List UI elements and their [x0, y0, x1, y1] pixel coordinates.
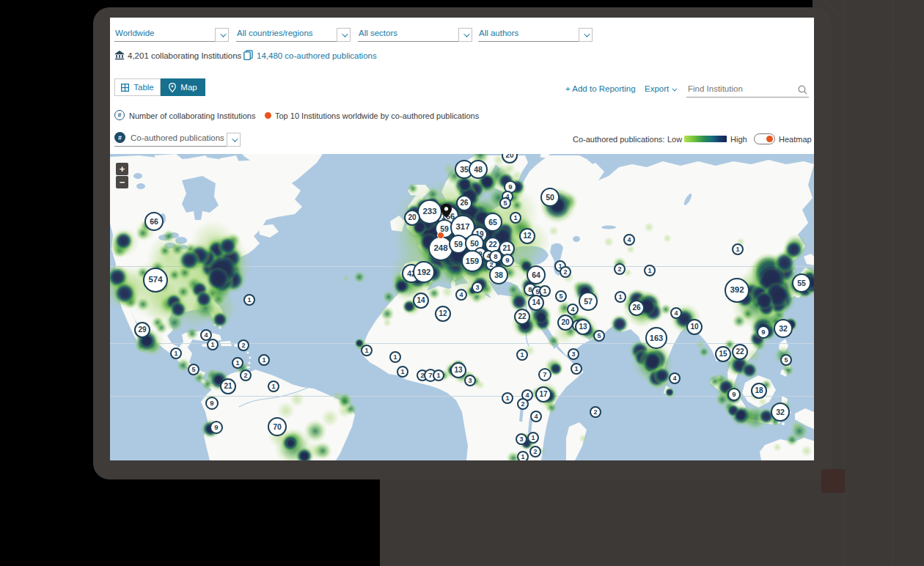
- institution-cluster-marker[interactable]: 64: [527, 265, 546, 284]
- institution-cluster-marker[interactable]: 2: [614, 263, 626, 275]
- institution-cluster-marker[interactable]: 12: [435, 306, 451, 322]
- institution-cluster-marker[interactable]: 5: [188, 364, 199, 375]
- institution-cluster-marker[interactable]: 4: [455, 289, 467, 301]
- institution-cluster-marker[interactable]: 32: [771, 403, 790, 422]
- institution-cluster-marker[interactable]: 9: [205, 397, 219, 410]
- institution-cluster-marker[interactable]: 10: [686, 319, 703, 335]
- institution-cluster-marker[interactable]: 3: [472, 282, 483, 293]
- institution-cluster-marker[interactable]: 26: [628, 300, 645, 316]
- institution-cluster-marker[interactable]: 14: [413, 293, 429, 309]
- chevron-down-icon[interactable]: [215, 28, 229, 42]
- institution-cluster-marker[interactable]: 3: [464, 375, 476, 386]
- institution-cluster-marker[interactable]: 1: [516, 349, 528, 361]
- institution-cluster-marker[interactable]: 1: [539, 285, 551, 297]
- institution-cluster-marker[interactable]: 12: [519, 228, 535, 244]
- institution-cluster-marker[interactable]: 1: [433, 370, 444, 381]
- selected-institution-pin[interactable]: [440, 203, 452, 221]
- institution-cluster-marker[interactable]: 57: [579, 292, 598, 311]
- institution-cluster-marker[interactable]: 5: [499, 197, 511, 209]
- institution-cluster-marker[interactable]: 32: [774, 319, 793, 338]
- institution-cluster-marker[interactable]: 26: [456, 195, 472, 211]
- institution-cluster-marker[interactable]: 1: [397, 366, 408, 378]
- institution-cluster-marker[interactable]: 4: [567, 304, 579, 315]
- institution-cluster-marker[interactable]: 29: [134, 322, 150, 338]
- export-button[interactable]: Export: [645, 84, 675, 93]
- institution-cluster-marker[interactable]: 1: [361, 345, 373, 356]
- filter-authors[interactable]: All authors: [478, 26, 593, 42]
- institution-cluster-marker[interactable]: 1: [644, 265, 656, 276]
- chevron-down-icon[interactable]: [337, 28, 351, 42]
- institution-cluster-marker[interactable]: 2: [240, 370, 252, 381]
- institution-cluster-marker[interactable]: 2: [238, 339, 249, 351]
- filter-countries[interactable]: All countries/regions: [236, 26, 351, 42]
- tab-table[interactable]: Table: [114, 78, 161, 96]
- filter-sectors[interactable]: All sectors: [358, 26, 472, 42]
- institution-cluster-marker[interactable]: 1: [502, 392, 513, 404]
- zoom-in-button[interactable]: +: [116, 163, 128, 175]
- filter-worldwide[interactable]: Worldwide: [114, 26, 229, 42]
- add-to-reporting-button[interactable]: + Add to Reporting: [565, 84, 636, 93]
- chevron-down-icon[interactable]: [579, 28, 593, 42]
- institution-cluster-marker[interactable]: 50: [540, 188, 560, 207]
- institution-cluster-marker[interactable]: 1: [207, 339, 219, 350]
- institution-cluster-marker[interactable]: 55: [792, 273, 811, 293]
- chevron-down-icon[interactable]: [227, 133, 241, 147]
- institution-cluster-marker[interactable]: 5: [593, 330, 605, 342]
- institution-cluster-marker[interactable]: 48: [469, 160, 488, 179]
- search-icon[interactable]: [798, 85, 807, 95]
- institution-cluster-marker[interactable]: 159: [461, 250, 483, 272]
- institution-cluster-marker[interactable]: 65: [483, 213, 502, 232]
- institution-cluster-marker[interactable]: 9: [727, 388, 741, 401]
- zoom-out-button[interactable]: −: [116, 176, 128, 188]
- institution-cluster-marker[interactable]: 4: [669, 372, 681, 384]
- institution-cluster-marker[interactable]: 2: [560, 266, 571, 278]
- institution-cluster-marker[interactable]: 1: [170, 348, 182, 359]
- institution-cluster-marker[interactable]: 392: [725, 278, 749, 303]
- institution-cluster-marker[interactable]: 1: [232, 357, 243, 369]
- institution-cluster-marker[interactable]: 20: [557, 315, 573, 331]
- institution-cluster-marker[interactable]: 15: [715, 346, 731, 362]
- institution-cluster-marker[interactable]: 1: [615, 291, 626, 303]
- chevron-down-icon[interactable]: [458, 28, 472, 42]
- institution-cluster-marker[interactable]: 38: [489, 265, 508, 284]
- institution-cluster-marker[interactable]: 163: [645, 327, 667, 349]
- institution-cluster-marker[interactable]: 3: [516, 433, 527, 445]
- institution-cluster-marker[interactable]: 4: [530, 411, 542, 422]
- find-institution-input[interactable]: Find Institution: [688, 84, 743, 93]
- world-map[interactable]: 6657412941125112211997011127113317311417…: [110, 154, 814, 460]
- institution-cluster-marker[interactable]: 192: [413, 261, 435, 283]
- institution-cluster-marker[interactable]: 4: [623, 234, 635, 246]
- institution-cluster-marker[interactable]: 18: [751, 383, 767, 399]
- institution-cluster-marker[interactable]: 22: [514, 309, 530, 325]
- top10-institution-dot[interactable]: [437, 232, 444, 239]
- institution-cluster-marker[interactable]: 1: [258, 354, 270, 366]
- institution-cluster-marker[interactable]: 66: [144, 212, 164, 231]
- institution-cluster-marker[interactable]: 14: [528, 295, 544, 311]
- institution-cluster-marker[interactable]: 9: [501, 254, 514, 267]
- institution-cluster-marker[interactable]: 2: [529, 446, 541, 457]
- institution-cluster-marker[interactable]: 1: [510, 212, 521, 224]
- institution-cluster-marker[interactable]: 9: [757, 326, 770, 339]
- institution-cluster-marker[interactable]: 22: [732, 344, 748, 360]
- institution-cluster-marker[interactable]: 1: [268, 381, 279, 392]
- institution-cluster-marker[interactable]: 1: [243, 294, 255, 306]
- institution-cluster-marker[interactable]: 13: [575, 319, 591, 335]
- institution-cluster-marker[interactable]: 13: [450, 362, 466, 378]
- institution-cluster-marker[interactable]: 70: [268, 417, 287, 436]
- institution-cluster-marker[interactable]: 17: [535, 386, 551, 403]
- institution-cluster-marker[interactable]: 7: [538, 368, 551, 381]
- institution-cluster-marker[interactable]: 5: [780, 354, 792, 366]
- institution-cluster-marker[interactable]: 1: [517, 451, 529, 460]
- institution-cluster-marker[interactable]: 1: [527, 432, 539, 444]
- institution-cluster-marker[interactable]: 1: [732, 243, 744, 255]
- tab-map[interactable]: Map: [161, 78, 205, 96]
- institution-cluster-marker[interactable]: 2: [590, 406, 601, 418]
- institution-cluster-marker[interactable]: 1: [389, 351, 401, 363]
- institution-cluster-marker[interactable]: 3: [568, 348, 579, 360]
- institution-cluster-marker[interactable]: 574: [143, 268, 168, 293]
- institution-cluster-marker[interactable]: 2: [517, 398, 529, 410]
- institution-cluster-marker[interactable]: 1: [571, 363, 582, 375]
- metric-dropdown[interactable]: Co-authored publications: [114, 131, 241, 147]
- institution-cluster-marker[interactable]: 5: [555, 290, 567, 302]
- heatmap-toggle[interactable]: [754, 133, 775, 144]
